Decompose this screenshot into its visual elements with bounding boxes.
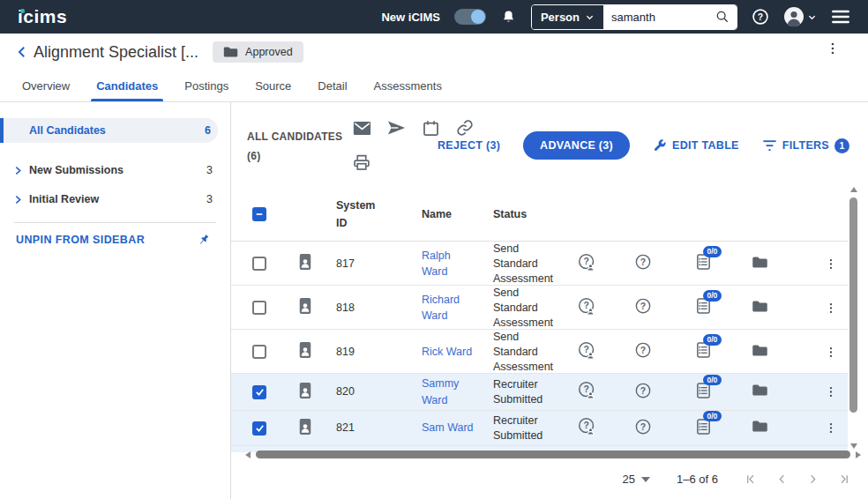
table-header-row: System ID Name Status	[231, 187, 848, 242]
row-checkbox[interactable]	[252, 345, 266, 359]
candidate-name-link[interactable]: Richard Ward	[422, 292, 475, 324]
candidate-name-link[interactable]: Ralph Ward	[422, 248, 475, 279]
candidate-profile-icon[interactable]	[298, 419, 312, 438]
hamburger-menu-icon[interactable]	[831, 9, 850, 25]
unpin-from-sidebar-button[interactable]: UNPIN FROM SIDEBAR	[0, 233, 230, 247]
assessments-icon[interactable]: 0/0	[695, 341, 712, 362]
vertical-scrollbar[interactable]	[848, 185, 860, 451]
folder-icon[interactable]	[752, 300, 768, 317]
row-checkbox[interactable]	[252, 257, 266, 271]
icims-logo[interactable]: icims	[18, 6, 67, 27]
first-page-icon[interactable]	[745, 473, 758, 486]
candidate-name-link[interactable]: Sam Ward	[422, 420, 474, 436]
scroll-left-arrow[interactable]	[245, 451, 251, 458]
candidate-profile-icon[interactable]	[298, 383, 312, 402]
svg-text:?: ?	[583, 256, 588, 266]
column-header-status[interactable]: Status	[493, 205, 527, 223]
send-icon[interactable]	[386, 118, 406, 138]
new-icims-toggle[interactable]	[454, 9, 486, 25]
tab-assessments[interactable]: Assessments	[374, 71, 442, 101]
print-icon[interactable]	[352, 153, 371, 172]
column-header-system-id[interactable]: System ID	[336, 197, 380, 232]
tab-detail[interactable]: Detail	[318, 71, 347, 101]
user-account-menu[interactable]	[783, 6, 817, 27]
candidate-profile-icon[interactable]	[298, 254, 312, 273]
screening-question-person-icon[interactable]: ?	[578, 341, 596, 363]
screening-question-person-icon[interactable]: ?	[578, 297, 596, 319]
back-icon[interactable]	[14, 44, 30, 60]
question-icon[interactable]: ?	[634, 418, 652, 439]
search-icon[interactable]	[715, 10, 730, 24]
candidate-name-link[interactable]: Rick Ward	[422, 344, 472, 360]
folder-icon[interactable]	[752, 384, 768, 400]
row-checkbox[interactable]	[252, 385, 266, 399]
tab-candidates[interactable]: Candidates	[96, 71, 158, 101]
question-icon[interactable]: ?	[634, 382, 652, 403]
sidebar-item-all-candidates[interactable]: All Candidates 6	[0, 118, 218, 143]
chevron-right-icon[interactable]	[12, 165, 24, 176]
scroll-up-arrow[interactable]	[850, 187, 857, 192]
row-kebab-menu-icon[interactable]	[825, 301, 837, 316]
previous-page-icon[interactable]	[775, 473, 789, 486]
row-checkbox[interactable]	[252, 421, 266, 436]
screening-question-person-icon[interactable]: ?	[578, 253, 596, 275]
candidate-name-link[interactable]: Sammy Ward	[422, 376, 475, 407]
tab-postings[interactable]: Postings	[184, 71, 228, 101]
svg-text:?: ?	[640, 257, 646, 267]
assessments-icon[interactable]: 0/0	[695, 297, 712, 318]
assessments-icon[interactable]: 0/0	[695, 253, 712, 274]
next-page-icon[interactable]	[806, 473, 819, 486]
folder-icon[interactable]	[752, 420, 768, 436]
row-kebab-menu-icon[interactable]	[825, 257, 837, 272]
scroll-down-arrow[interactable]	[850, 443, 857, 449]
page-kebab-menu-icon[interactable]	[826, 41, 840, 60]
status-cell: Recruiter Submitted	[493, 377, 558, 407]
candidate-profile-icon[interactable]	[298, 342, 312, 361]
search-scope-dropdown[interactable]: Person	[532, 5, 604, 29]
last-page-icon[interactable]	[837, 473, 850, 486]
sidebar-item-new-submissions[interactable]: New Submissions 3	[0, 158, 230, 182]
tab-overview[interactable]: Overview	[22, 71, 70, 101]
screening-question-person-icon[interactable]: ?	[578, 417, 596, 439]
tab-source[interactable]: Source	[255, 71, 291, 101]
assessment-count-badge: 0/0	[703, 411, 722, 422]
avatar	[783, 6, 804, 27]
notifications-bell-icon[interactable]	[500, 9, 517, 26]
scroll-right-arrow[interactable]	[856, 451, 861, 458]
screening-question-person-icon[interactable]: ?	[578, 381, 596, 403]
filters-button[interactable]: FILTERS 1	[762, 138, 849, 153]
advance-button[interactable]: ADVANCE (3)	[523, 131, 630, 160]
reject-button[interactable]: REJECT (3)	[438, 139, 500, 152]
select-all-checkbox[interactable]	[252, 207, 266, 221]
system-id-cell: 818	[336, 301, 355, 316]
row-checkbox[interactable]	[252, 301, 266, 315]
row-kebab-menu-icon[interactable]	[825, 421, 837, 436]
horizontal-scrollbar-thumb[interactable]	[256, 451, 850, 458]
logo-text: icims	[18, 6, 67, 26]
horizontal-scrollbar[interactable]	[245, 451, 861, 459]
search-input[interactable]	[611, 11, 715, 24]
edit-table-label: EDIT TABLE	[672, 139, 739, 152]
row-kebab-menu-icon[interactable]	[825, 384, 837, 399]
chevron-right-icon[interactable]	[12, 194, 24, 205]
candidate-profile-icon[interactable]	[298, 298, 312, 317]
row-kebab-menu-icon[interactable]	[825, 345, 837, 360]
question-icon[interactable]: ?	[634, 253, 652, 274]
status-badge: Approved	[213, 41, 303, 63]
page-size-selector[interactable]: 25	[623, 473, 650, 486]
mail-icon[interactable]	[352, 118, 371, 138]
page-header: Alignment Specialist [... Approved	[0, 34, 868, 71]
column-header-name[interactable]: Name	[422, 205, 452, 223]
help-icon[interactable]: ?	[752, 8, 769, 26]
sidebar-item-count: 3	[206, 193, 230, 205]
assessments-icon[interactable]: 0/0	[695, 382, 712, 403]
folder-icon[interactable]	[752, 344, 768, 361]
question-icon[interactable]: ?	[634, 341, 652, 362]
edit-table-button[interactable]: EDIT TABLE	[653, 138, 739, 153]
question-icon[interactable]: ?	[634, 297, 652, 318]
vertical-scrollbar-thumb[interactable]	[849, 197, 857, 413]
folder-icon[interactable]	[752, 256, 768, 272]
chevron-down-icon	[807, 12, 817, 22]
sidebar-item-initial-review[interactable]: Initial Review 3	[0, 187, 230, 212]
assessments-icon[interactable]: 0/0	[695, 418, 712, 439]
